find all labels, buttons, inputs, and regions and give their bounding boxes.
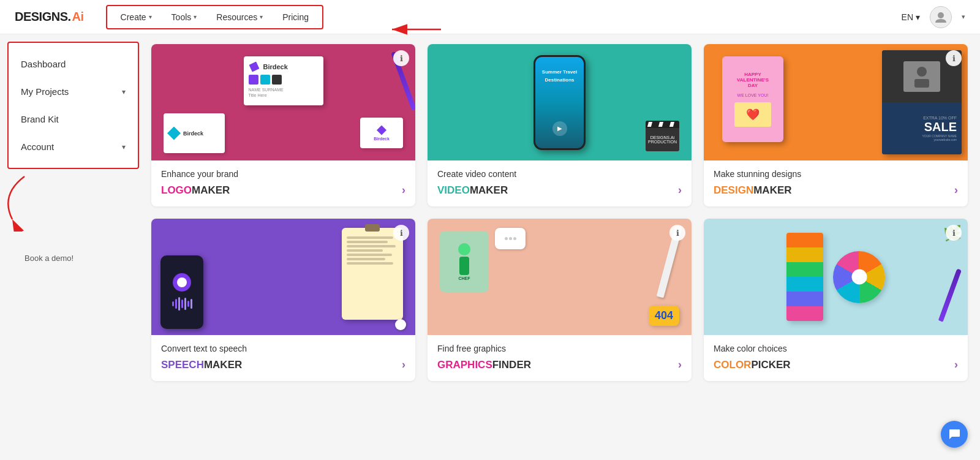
nav-tools[interactable]: Tools ▾: [163, 9, 206, 26]
cards-grid: Birdeck NAME SURNAMETitle Here: [151, 44, 968, 381]
card-video-body: Create video content VIDEOMAKER ›: [428, 160, 692, 206]
card-color-picker[interactable]: 🌿 ℹ Make color choices COLOR PICKER ›: [704, 219, 968, 381]
book-demo-link[interactable]: Book a demo!: [12, 241, 86, 275]
card-logo-colored: LOGO: [161, 184, 192, 197]
card-logo-image: Birdeck NAME SURNAMETitle Here: [151, 44, 415, 160]
sidebar-annotation-arrow: [0, 170, 37, 232]
chat-bubble-button[interactable]: [941, 421, 968, 448]
logo-text: DESIGNS.: [15, 10, 71, 24]
card-speech-title-text: SPEECHMAKER: [161, 359, 242, 371]
sidebar-my-projects-label: My Projects: [21, 86, 69, 97]
card-design-title: DESIGNMAKER ›: [714, 184, 958, 197]
card-speech-body: Convert text to speech SPEECHMAKER ›: [151, 335, 415, 381]
card-design-image: HAPPYVALENTINE'SDAY WE LOVE YOU! ❤️: [704, 44, 968, 160]
header-right: EN ▾ ▾: [902, 6, 965, 28]
card-video-arrow[interactable]: ›: [678, 184, 682, 197]
sidebar-item-account[interactable]: Account ▾: [9, 133, 138, 160]
card-logo-title-text: LOGOMAKER: [161, 184, 230, 197]
card-speech-info-btn[interactable]: ℹ: [393, 225, 409, 241]
card-logo-info-btn[interactable]: ℹ: [393, 50, 409, 66]
card-design-arrow[interactable]: ›: [954, 184, 958, 197]
sidebar-container: Dashboard My Projects ▾ Brand Kit Accoun…: [7, 42, 139, 169]
card-speech-subtitle: Convert text to speech: [161, 344, 405, 353]
svg-point-4: [917, 67, 927, 77]
nav-resources-label: Resources: [216, 12, 257, 22]
card-design-black: MAKER: [753, 184, 791, 197]
nav-create-label: Create: [121, 12, 146, 22]
card-color-image: 🌿 ℹ: [704, 219, 968, 335]
card-speech-maker[interactable]: ℹ Convert text to speech SPEECHMAKER ›: [151, 219, 415, 381]
card-graphics-subtitle: Find free graphics: [437, 344, 682, 353]
sidebar-bottom: Book a demo!: [0, 252, 139, 273]
svg-rect-5: [914, 79, 929, 88]
card-video-maker[interactable]: Summer Travel Destinations ▶: [428, 44, 692, 206]
card-color-title-text: COLOR PICKER: [714, 359, 791, 371]
sidebar-item-my-projects[interactable]: My Projects ▾: [9, 78, 138, 105]
lang-chevron: ▾: [916, 12, 920, 22]
card-color-subtitle: Make color choices: [714, 344, 958, 353]
nav-tools-chevron: ▾: [194, 13, 197, 20]
nav-resources[interactable]: Resources ▾: [208, 9, 271, 26]
sidebar: Dashboard My Projects ▾ Brand Kit Accoun…: [0, 34, 139, 460]
card-speech-title: SPEECHMAKER ›: [161, 358, 405, 371]
sidebar-item-dashboard[interactable]: Dashboard: [9, 50, 138, 78]
card-video-title: VIDEOMAKER ›: [437, 184, 682, 197]
card-graphics-body: Find free graphics GRAPHICS FINDER ›: [428, 335, 692, 381]
card-color-info-btn[interactable]: ℹ: [946, 225, 962, 241]
card-color-arrow[interactable]: ›: [954, 358, 958, 371]
avatar-chevron: ▾: [962, 13, 965, 21]
card-video-colored: VIDEO: [437, 184, 470, 197]
card-color-title: COLOR PICKER ›: [714, 358, 958, 371]
main-nav: Create ▾ Tools ▾ Resources ▾ Pricing: [106, 5, 323, 29]
card-video-title-text: VIDEOMAKER: [437, 184, 508, 197]
header: DESIGNS.Ai Create ▾ Tools ▾ Resources ▾ …: [0, 0, 980, 34]
card-speech-arrow[interactable]: ›: [402, 358, 405, 371]
card-design-colored: DESIGN: [714, 184, 753, 197]
nav-create[interactable]: Create ▾: [112, 9, 160, 26]
card-speech-black: MAKER: [204, 359, 242, 371]
card-speech-colored: SPEECH: [161, 359, 204, 371]
card-color-black: PICKER: [751, 359, 790, 371]
card-logo-maker[interactable]: Birdeck NAME SURNAMETitle Here: [151, 44, 415, 206]
nav-tools-label: Tools: [172, 12, 192, 22]
sidebar-account-label: Account: [21, 141, 54, 152]
lang-text: EN: [902, 12, 913, 22]
user-avatar[interactable]: [930, 6, 952, 28]
card-logo-title: LOGOMAKER ›: [161, 184, 405, 197]
card-video-subtitle: Create video content: [437, 169, 682, 179]
sidebar-dashboard-label: Dashboard: [21, 59, 66, 69]
card-graphics-arrow[interactable]: ›: [678, 358, 682, 371]
language-selector[interactable]: EN ▾: [902, 12, 920, 22]
sidebar-my-projects-chevron: ▾: [122, 88, 126, 96]
card-design-info-btn[interactable]: ℹ: [946, 50, 962, 66]
card-graphics-title: GRAPHICS FINDER ›: [437, 358, 682, 371]
card-color-colored: COLOR: [714, 359, 751, 371]
nav-resources-chevron: ▾: [260, 13, 263, 20]
card-color-body: Make color choices COLOR PICKER ›: [704, 335, 968, 381]
nav-pricing-label: Pricing: [282, 12, 309, 22]
logo-ai-text: Ai: [72, 10, 84, 24]
card-video-black: MAKER: [470, 184, 508, 197]
sidebar-item-brand-kit[interactable]: Brand Kit: [9, 105, 138, 133]
main-layout: Dashboard My Projects ▾ Brand Kit Accoun…: [0, 34, 980, 460]
card-graphics-finder[interactable]: CHEF 404 ℹ: [428, 219, 692, 381]
user-icon: [934, 10, 948, 24]
card-logo-black: MAKER: [192, 184, 230, 197]
card-design-maker[interactable]: HAPPYVALENTINE'SDAY WE LOVE YOU! ❤️: [704, 44, 968, 206]
card-graphics-title-text: GRAPHICS FINDER: [437, 359, 531, 371]
chat-icon: [948, 428, 961, 441]
card-video-image: Summer Travel Destinations ▶: [428, 44, 692, 160]
sidebar-brand-kit-label: Brand Kit: [21, 114, 59, 124]
logo[interactable]: DESIGNS.Ai: [15, 10, 84, 24]
nav-pricing[interactable]: Pricing: [274, 9, 317, 26]
main-content: Birdeck NAME SURNAMETitle Here: [139, 34, 980, 460]
card-design-subtitle: Make stunning designs: [714, 169, 958, 179]
card-graphics-black: FINDER: [492, 359, 531, 371]
sidebar-account-chevron: ▾: [122, 143, 126, 151]
card-logo-arrow[interactable]: ›: [402, 184, 405, 197]
card-logo-subtitle: Enhance your brand: [161, 169, 405, 179]
card-design-title-text: DESIGNMAKER: [714, 184, 792, 197]
nav-create-chevron: ▾: [149, 13, 152, 20]
card-graphics-info-btn[interactable]: ℹ: [669, 225, 685, 241]
card-speech-image: ℹ: [151, 219, 415, 335]
